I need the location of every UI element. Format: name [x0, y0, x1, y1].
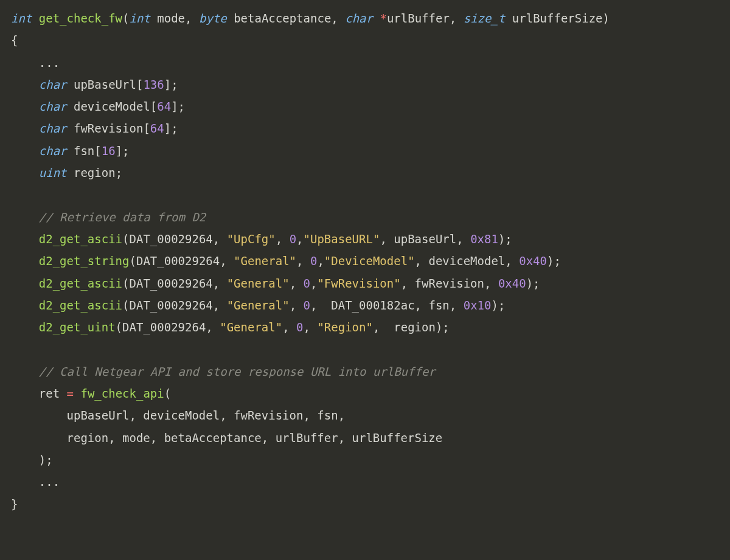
string-literal: "General": [227, 277, 290, 290]
brace-open: {: [11, 33, 18, 47]
param-type: int: [130, 12, 150, 25]
number: 0: [296, 320, 303, 334]
param-name: mode: [157, 12, 185, 25]
string-literal: "UpCfg": [227, 232, 276, 246]
array-size: 64: [157, 100, 171, 113]
param-type: byte: [199, 12, 227, 25]
args-line: region, mode, betaAcceptance, urlBuffer,…: [67, 431, 443, 444]
ident: DAT_00029264: [130, 232, 213, 246]
number: 0: [290, 232, 296, 246]
number: 0: [310, 254, 317, 268]
ident: DAT_00029264: [136, 254, 220, 268]
number: 0: [304, 277, 310, 290]
decl-type: uint: [39, 166, 67, 179]
decl-name: region: [74, 166, 116, 179]
number: 0x40: [519, 254, 547, 268]
decl-name: deviceModel: [74, 100, 150, 113]
function-name: get_check_fw: [39, 12, 122, 25]
string-literal: "DeviceModel": [324, 254, 415, 268]
number: 0x81: [470, 232, 498, 246]
array-size: 16: [102, 144, 116, 157]
ellipsis: ...: [39, 56, 60, 69]
ident: DAT_00029264: [122, 320, 206, 334]
number: 0x40: [498, 277, 526, 290]
ellipsis: ...: [39, 475, 60, 488]
number: 0: [304, 299, 310, 312]
ident: deviceModel: [428, 254, 505, 268]
decl-type: char: [39, 122, 67, 135]
decl-name: upBaseUrl: [74, 78, 136, 91]
string-literal: "FwRevision": [317, 277, 400, 290]
string-literal: "Region": [317, 320, 373, 334]
func-call: d2_get_ascii: [39, 277, 122, 290]
array-size: 136: [143, 78, 164, 91]
number: 0x10: [464, 299, 492, 312]
ident: fsn: [428, 299, 449, 312]
string-literal: "General": [234, 254, 296, 268]
decl-name: fsn: [74, 144, 94, 157]
comment: // Call Netgear API and store response U…: [39, 365, 436, 378]
decl-type: char: [39, 144, 67, 157]
param-name: urlBuffer: [387, 12, 450, 25]
args-line: upBaseUrl, deviceModel, fwRevision, fsn,: [67, 409, 346, 422]
comment: // Retrieve data from D2: [39, 210, 206, 224]
decl-name: fwRevision: [74, 122, 143, 135]
string-literal: "General": [220, 320, 282, 334]
param-name: betaAcceptance: [234, 12, 331, 25]
brace-close: }: [11, 497, 18, 511]
string-literal: "General": [227, 299, 290, 312]
func-call: d2_get_ascii: [39, 299, 122, 312]
ident: upBaseUrl: [394, 232, 456, 246]
func-call: d2_get_uint: [39, 320, 116, 334]
string-literal: "UpBaseURL": [304, 232, 380, 246]
ident: DAT_000182ac: [331, 299, 414, 312]
func-call: d2_get_ascii: [39, 232, 122, 246]
operator: =: [67, 387, 74, 400]
ident: ret: [39, 387, 60, 400]
ident: fwRevision: [415, 277, 484, 290]
array-size: 64: [150, 122, 164, 135]
param-type: size_t: [464, 12, 506, 25]
ident: DAT_00029264: [130, 277, 213, 290]
param-name: urlBufferSize: [512, 12, 603, 25]
decl-type: char: [39, 100, 67, 113]
code-block: int get_check_fw(int mode, byte betaAcce…: [0, 0, 730, 526]
ident: region: [394, 320, 436, 334]
func-call: d2_get_string: [39, 254, 130, 268]
ident: DAT_00029264: [130, 299, 213, 312]
param-type: char: [345, 12, 373, 25]
decl-type: char: [39, 78, 67, 91]
func-call: fw_check_api: [80, 387, 164, 400]
return-type: int: [11, 12, 32, 25]
